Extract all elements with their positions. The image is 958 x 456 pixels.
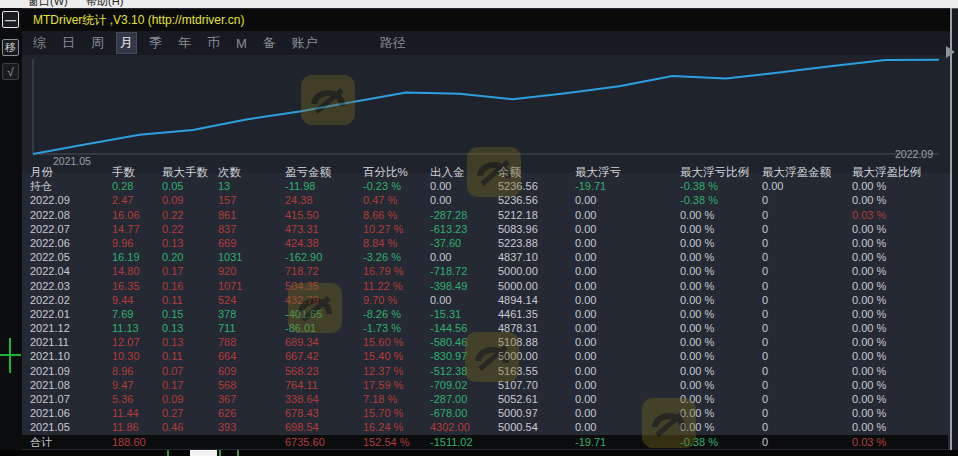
scroll-arrow-icon[interactable] — [946, 46, 955, 58]
cell-max-float-profit-pct: 0.03 % — [852, 208, 938, 222]
tab-bei[interactable]: 备 — [260, 33, 279, 53]
cell-cashflow: -398.49 — [430, 279, 498, 293]
cell-max-float-loss: 0.00 — [575, 392, 680, 406]
cell-cashflow: -580.46 — [430, 335, 498, 349]
cell-cashflow: -718.72 — [430, 264, 498, 278]
cell-max-lots: 0.16 — [162, 279, 218, 293]
taskbar-sliver — [0, 450, 958, 456]
taskbar-item[interactable] — [190, 450, 217, 456]
cell-max-lots: 0.46 — [162, 420, 218, 434]
table-row[interactable]: 持仓0.280.0513-11.98-0.23 %0.005236.56-19.… — [22, 179, 948, 193]
tab-ji[interactable]: 季 — [146, 33, 165, 53]
cell-max-float-profit-pct: 0.00 % — [852, 307, 938, 321]
cell-balance — [498, 435, 575, 449]
col-header-max-float-profit-pct: 最大浮盈比例 — [852, 165, 938, 179]
tab-zong[interactable]: 综 — [30, 33, 49, 53]
cell-max-float-loss: 0.00 — [575, 364, 680, 378]
table-row[interactable]: 2022.092.470.0915724.380.47 %0.005236.56… — [22, 193, 948, 207]
cell-max-float-loss-pct: 0.00 % — [680, 250, 762, 264]
move-tool-button[interactable]: 移 — [2, 39, 19, 56]
tab-ri[interactable]: 日 — [59, 33, 78, 53]
cell-max-lots: 0.27 — [162, 406, 218, 420]
cell-lots: 188.60 — [112, 435, 162, 449]
cell-max-float-loss-pct: 0.00 % — [680, 321, 762, 335]
cell-max-float-profit: 0 — [762, 378, 852, 392]
tab-nian[interactable]: 年 — [175, 33, 194, 53]
cell-max-float-profit: 0 — [762, 293, 852, 307]
cell-max-float-loss-pct: 0.00 % — [680, 378, 762, 392]
table-row[interactable]: 2022.0714.770.22837473.3110.27 %-613.235… — [22, 222, 948, 236]
cell-balance: 5052.61 — [498, 392, 575, 406]
cell-max-lots: 0.09 — [162, 392, 218, 406]
cell-balance: 5000.54 — [498, 420, 575, 434]
cell-max-lots: 0.22 — [162, 222, 218, 236]
cell-balance: 4878.31 — [498, 321, 575, 335]
col-header-lots: 手数 — [112, 165, 162, 179]
cell-pnl: 473.31 — [285, 222, 363, 236]
minimize-button[interactable]: — — [2, 11, 19, 28]
table-row[interactable]: 2021.1211.130.13711-86.01-1.73 %-144.564… — [22, 321, 948, 335]
cell-max-lots — [162, 435, 218, 449]
table-row[interactable]: 2022.0316.350.161071504.3511.22 %-398.49… — [22, 279, 948, 293]
cell-pnl: -162.90 — [285, 250, 363, 264]
sqrt-tool-button[interactable]: √ — [2, 63, 19, 80]
table-row[interactable]: 2021.098.960.07609568.2312.37 %-512.3851… — [22, 364, 948, 378]
table-row[interactable]: 2022.0516.190.201031-162.90-3.26 %0.0048… — [22, 250, 948, 264]
cell-max-float-loss: 0.00 — [575, 208, 680, 222]
table-row[interactable]: 2022.017.690.15378-401.65-8.26 %-15.3144… — [22, 307, 948, 321]
cell-max-float-loss-pct: 0.00 % — [680, 236, 762, 250]
table-row[interactable]: 2022.029.440.11524432.799.70 %0.004894.1… — [22, 293, 948, 307]
taskbar-tick — [219, 450, 221, 456]
equity-chart[interactable]: 2021.05 2022.09 — [22, 55, 951, 173]
tab-m[interactable]: M — [233, 35, 250, 52]
cell-max-float-profit-pct: 0.03 % — [852, 435, 938, 449]
table-row[interactable]: 2022.0816.060.22861415.508.66 %-287.2852… — [22, 208, 948, 222]
table-row[interactable]: 2021.1112.070.13788689.3415.60 %-580.465… — [22, 335, 948, 349]
table-row[interactable]: 2021.0611.440.27626678.4315.70 %-678.005… — [22, 406, 948, 420]
cell-pnl: 338.64 — [285, 392, 363, 406]
cell-pnl: 424.38 — [285, 236, 363, 250]
cell-max-float-profit: 0 — [762, 349, 852, 363]
cell-balance: 5000.00 — [498, 264, 575, 278]
cell-max-float-profit: 0 — [762, 307, 852, 321]
table-row[interactable]: 2021.0511.860.46393698.5416.24 %4302.005… — [22, 420, 948, 434]
cell-month: 2022.06 — [30, 236, 112, 250]
cell-max-float-loss-pct: 0.00 % — [680, 222, 762, 236]
tab-bi[interactable]: 币 — [204, 33, 223, 53]
cell-max-float-loss-pct: 0.00 % — [680, 406, 762, 420]
table-row[interactable]: 2022.069.960.13669424.388.84 %-37.605223… — [22, 236, 948, 250]
cell-max-lots: 0.11 — [162, 349, 218, 363]
cell-max-float-profit: 0 — [762, 406, 852, 420]
cell-max-float-loss: 0.00 — [575, 321, 680, 335]
table-row[interactable]: 2021.089.470.17568764.1117.59 %-709.0251… — [22, 378, 948, 392]
cell-max-float-loss-pct: 0.00 % — [680, 420, 762, 434]
tab-zhanghu[interactable]: 账户 — [289, 33, 321, 53]
cell-balance: 5236.56 — [498, 179, 575, 193]
cell-count: 626 — [218, 406, 285, 420]
cell-month: 2022.05 — [30, 250, 112, 264]
cell-lots: 9.96 — [112, 236, 162, 250]
table-row[interactable]: 2021.075.360.09367338.647.18 %-287.00505… — [22, 392, 948, 406]
cell-max-lots: 0.13 — [162, 236, 218, 250]
cell-month: 2021.08 — [30, 378, 112, 392]
cell-count: 837 — [218, 222, 285, 236]
cell-pnl: 24.38 — [285, 193, 363, 207]
tab-yue[interactable]: 月 — [117, 33, 136, 53]
cell-pct: 10.27 % — [363, 222, 430, 236]
cell-max-float-loss: -19.71 — [575, 435, 680, 449]
tab-lujing[interactable]: 路径 — [377, 33, 409, 53]
crosshair-icon — [9, 338, 11, 373]
tab-zhou[interactable]: 周 — [88, 33, 107, 53]
cell-pnl: -11.98 — [285, 179, 363, 193]
cell-count: 367 — [218, 392, 285, 406]
cell-count: 1031 — [218, 250, 285, 264]
cell-month: 2021.05 — [30, 420, 112, 434]
cell-cashflow: -613.23 — [430, 222, 498, 236]
table-row[interactable]: 2022.0414.800.17920718.7216.79 %-718.725… — [22, 264, 948, 278]
cell-count: 711 — [218, 321, 285, 335]
cell-count: 861 — [218, 208, 285, 222]
table-total-row[interactable]: 合计188.606735.60152.54 %-1511.02-19.71-0.… — [22, 435, 948, 449]
table-row[interactable]: 2021.1010.300.11664667.4215.40 %-830.975… — [22, 349, 948, 363]
cell-pct: -1.73 % — [363, 321, 430, 335]
cell-month: 2021.11 — [30, 335, 112, 349]
